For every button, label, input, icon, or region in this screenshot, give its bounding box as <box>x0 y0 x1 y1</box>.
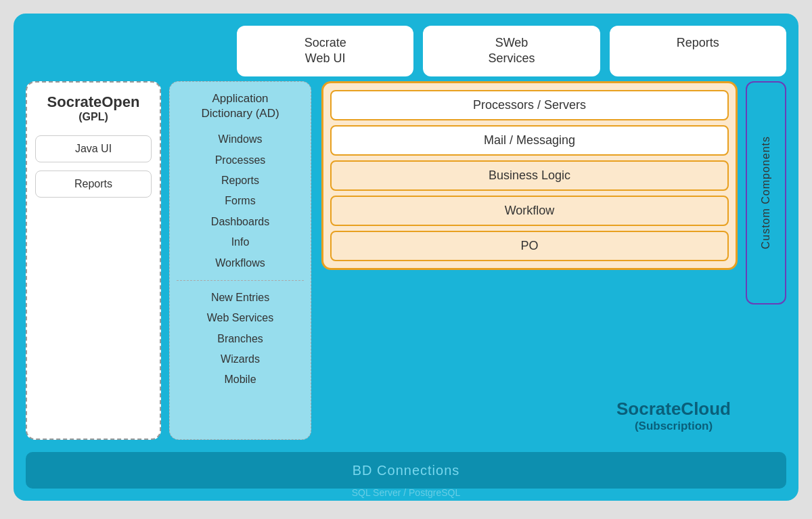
main-container: SocrateWeb UI SWebServices Reports Socra… <box>14 14 798 501</box>
reports-top-box: Reports <box>610 26 786 76</box>
bottom-reflection-text: SQL Server / PostgreSQL <box>14 487 798 498</box>
business-logic-box: Business Logic <box>330 160 729 191</box>
bd-connections-bar: BD Connections <box>26 452 786 489</box>
app-dict-box: ApplicationDictionary (AD) WindowsProces… <box>169 81 311 440</box>
po-box: PO <box>330 231 729 261</box>
socrate-open-title: SocrateOpen <box>35 93 152 111</box>
reports-top-label: Reports <box>677 36 719 49</box>
custom-components-label: Custom Components <box>760 136 772 249</box>
business-logic-label: Business Logic <box>489 168 570 182</box>
sql-label: SQL Server / PostgreSQL <box>352 487 461 498</box>
workflow-box: Workflow <box>330 196 729 226</box>
socrate-open-subtitle: (GPL) <box>35 111 152 123</box>
sweb-services-box: SWebServices <box>423 26 600 76</box>
po-label: PO <box>520 239 538 252</box>
sweb-services-label: SWebServices <box>488 36 535 65</box>
reports-left-box: Reports <box>35 171 152 198</box>
custom-components-box: Custom Components <box>746 81 786 304</box>
socrate-web-ui-box: SocrateWeb UI <box>237 26 413 76</box>
socrate-open-box: SocrateOpen (GPL) Java UI Reports <box>26 81 161 440</box>
top-row: SocrateWeb UI SWebServices Reports <box>237 26 786 76</box>
mail-messaging-label: Mail / Messaging <box>484 133 575 147</box>
socrate-cloud-subtitle: (Subscription) <box>616 420 731 433</box>
java-ui-box: Java UI <box>35 135 152 162</box>
processors-servers-label: Processors / Servers <box>473 98 586 112</box>
socrate-cloud-title: SocrateCloud <box>616 399 731 420</box>
ad-items-bottom: New EntriesWeb ServicesBranchesWizardsMo… <box>177 288 304 390</box>
right-section: Processors / Servers Mail / Messaging Bu… <box>321 81 738 270</box>
processors-servers-box: Processors / Servers <box>330 90 729 120</box>
app-dict-title: ApplicationDictionary (AD) <box>177 91 304 121</box>
socrate-web-ui-label: SocrateWeb UI <box>304 36 346 65</box>
bd-connections-label: BD Connections <box>353 463 460 478</box>
mail-messaging-box: Mail / Messaging <box>330 125 729 156</box>
ad-items-top: WindowsProcessesReportsFormsDashboardsIn… <box>177 129 304 273</box>
socrate-cloud-label: SocrateCloud (Subscription) <box>616 399 731 433</box>
workflow-label: Workflow <box>505 204 555 217</box>
